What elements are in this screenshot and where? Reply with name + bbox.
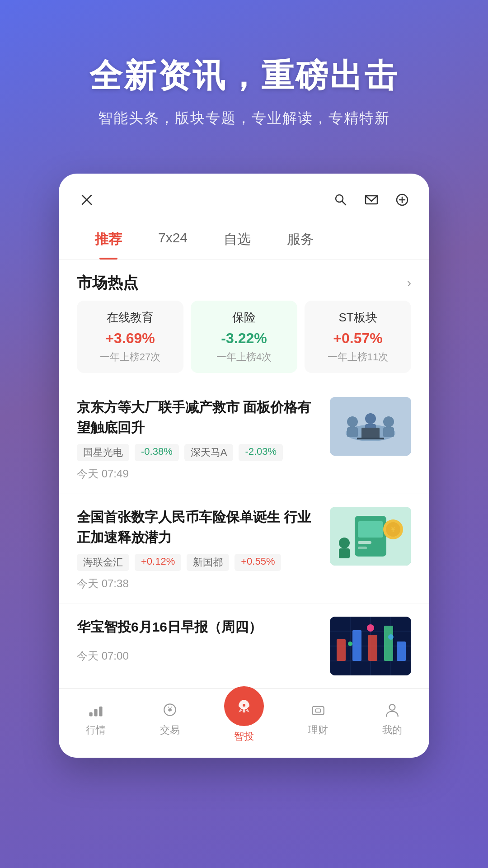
hero-section: 全新资讯，重磅出击 智能头条，版块专题，专业解读，专精特新 — [0, 0, 488, 156]
market-section-title: 市场热点 — [77, 273, 138, 293]
svg-line-3 — [342, 201, 346, 205]
market-card-0[interactable]: 在线教育 +3.69% 一年上榜27次 — [77, 301, 183, 373]
svg-point-41 — [388, 634, 394, 640]
news-tag-01: 深天马A — [184, 444, 234, 461]
svg-point-49 — [243, 704, 245, 707]
market-card-pct-0: +3.69% — [86, 330, 174, 347]
news-tag-11: 新国都 — [187, 554, 229, 571]
svg-rect-50 — [312, 707, 324, 715]
market-card-name-1: 保险 — [200, 310, 288, 326]
market-card-sub-2: 一年上榜11次 — [314, 350, 402, 364]
market-card-1[interactable]: 保险 -3.22% 一年上榜4次 — [191, 301, 297, 373]
hero-title: 全新资讯，重磅出击 — [27, 54, 461, 98]
news-tag-pct-01: -2.03% — [239, 444, 283, 461]
news-content-0: 京东方等大厂联手减产救市 面板价格有望触底回升 国星光电 -0.38% 深天马A… — [77, 397, 319, 481]
news-title-1: 全国首张数字人民币车险保单诞生 行业正加速释放潜力 — [77, 507, 319, 547]
phone-card-wrapper: 推荐 7x24 自选 服务 市场热点 › 在线教育 +3.69% 一年上榜27次… — [0, 156, 488, 794]
nav-label-market: 行情 — [86, 723, 106, 737]
news-item-1[interactable]: 全国首张数字人民币车险保单诞生 行业正加速释放潜力 海联金汇 +0.12% 新国… — [59, 494, 429, 604]
news-thumb-1: ¥ — [330, 507, 411, 566]
news-tag-pct-10: +0.12% — [135, 554, 181, 571]
svg-rect-22 — [358, 547, 367, 549]
news-tag-pct-00: -0.38% — [135, 444, 179, 461]
news-content-2: 华宝智投6月16日早报（周四） 今天 07:00 — [77, 617, 319, 663]
market-card-pct-1: -3.22% — [200, 330, 288, 347]
nav-icon-licai — [308, 700, 328, 720]
svg-rect-51 — [316, 709, 321, 712]
market-card-name-0: 在线教育 — [86, 310, 174, 326]
nav-item-market[interactable]: 行情 — [59, 696, 133, 747]
message-icon[interactable] — [362, 191, 380, 209]
news-tags-1: 海联金汇 +0.12% 新国都 +0.55% — [77, 554, 319, 571]
nav-item-profile[interactable]: 我的 — [355, 696, 429, 747]
nav-label-zhitou: 智投 — [234, 730, 254, 743]
svg-rect-45 — [99, 707, 102, 717]
svg-rect-16 — [361, 428, 380, 439]
svg-point-40 — [367, 624, 374, 632]
nav-icon-market — [86, 700, 106, 720]
market-section-header: 市场热点 › — [59, 260, 429, 301]
news-tag-00: 国星光电 — [77, 444, 129, 461]
nav-item-zhitou[interactable]: 智投 — [207, 696, 281, 747]
svg-rect-21 — [358, 541, 371, 544]
market-card-2[interactable]: ST板块 +0.57% 一年上榜11次 — [305, 301, 411, 373]
app-header — [59, 174, 429, 219]
svg-text:¥: ¥ — [167, 705, 172, 713]
svg-rect-36 — [352, 630, 361, 661]
tab-724[interactable]: 7x24 — [140, 219, 206, 259]
svg-rect-20 — [358, 521, 383, 538]
svg-rect-15 — [383, 427, 394, 437]
svg-rect-44 — [94, 709, 97, 716]
nav-label-profile: 我的 — [382, 723, 402, 737]
svg-rect-43 — [89, 712, 92, 716]
svg-point-12 — [365, 413, 376, 424]
market-section-arrow[interactable]: › — [407, 276, 411, 290]
svg-rect-11 — [347, 427, 358, 437]
news-item-0[interactable]: 京东方等大厂联手减产救市 面板价格有望触底回升 国星光电 -0.38% 深天马A… — [59, 384, 429, 494]
svg-point-14 — [383, 416, 394, 427]
close-icon[interactable] — [77, 190, 97, 210]
news-title-0: 京东方等大厂联手减产救市 面板价格有望触底回升 — [77, 397, 319, 438]
news-tags-0: 国星光电 -0.38% 深天马A -2.03% — [77, 444, 319, 461]
svg-point-26 — [339, 538, 350, 548]
svg-rect-39 — [397, 642, 406, 661]
nav-item-licai[interactable]: 理财 — [281, 696, 355, 747]
hero-subtitle: 智能头条，版块专题，专业解读，专精特新 — [27, 108, 461, 128]
news-tag-10: 海联金汇 — [77, 554, 129, 571]
svg-point-52 — [389, 704, 395, 710]
market-card-sub-1: 一年上榜4次 — [200, 350, 288, 364]
market-card-sub-0: 一年上榜27次 — [86, 350, 174, 364]
news-time-2: 今天 07:00 — [77, 649, 319, 663]
svg-point-42 — [348, 642, 352, 646]
nav-icon-zhitou-active — [224, 686, 264, 726]
news-thumb-0 — [330, 397, 411, 456]
tab-service[interactable]: 服务 — [269, 219, 332, 259]
header-left — [77, 190, 97, 210]
svg-rect-17 — [357, 438, 384, 439]
news-content-1: 全国首张数字人民币车险保单诞生 行业正加速释放潜力 海联金汇 +0.12% 新国… — [77, 507, 319, 591]
nav-icon-trade: ¥ — [160, 700, 180, 720]
nav-item-trade[interactable]: ¥ 交易 — [133, 696, 207, 747]
add-icon[interactable] — [393, 191, 411, 209]
news-item-2[interactable]: 华宝智投6月16日早报（周四） 今天 07:00 — [59, 604, 429, 689]
svg-rect-27 — [339, 548, 350, 558]
nav-label-licai: 理财 — [308, 723, 328, 737]
svg-point-10 — [347, 416, 358, 427]
news-tag-pct-11: +0.55% — [235, 554, 281, 571]
news-title-2: 华宝智投6月16日早报（周四） — [77, 617, 319, 637]
header-right — [332, 191, 411, 209]
market-cards: 在线教育 +3.69% 一年上榜27次 保险 -3.22% 一年上榜4次 ST板… — [59, 301, 429, 384]
search-icon[interactable] — [332, 191, 350, 209]
tab-watchlist[interactable]: 自选 — [206, 219, 269, 259]
phone-card: 推荐 7x24 自选 服务 市场热点 › 在线教育 +3.69% 一年上榜27次… — [59, 174, 429, 758]
bottom-nav: 行情 ¥ 交易 — [59, 689, 429, 758]
svg-text:¥: ¥ — [391, 526, 395, 533]
news-thumb-2 — [330, 617, 411, 675]
svg-rect-38 — [384, 626, 393, 661]
news-time-1: 今天 07:38 — [77, 576, 319, 591]
tab-recommend[interactable]: 推荐 — [77, 219, 140, 259]
tab-bar: 推荐 7x24 自选 服务 — [59, 219, 429, 260]
nav-icon-profile — [382, 700, 402, 720]
news-time-0: 今天 07:49 — [77, 467, 319, 481]
svg-rect-35 — [337, 639, 346, 661]
